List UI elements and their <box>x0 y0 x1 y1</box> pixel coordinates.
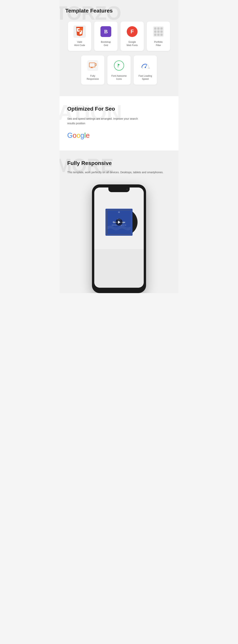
speedometer-icon: 0 100 <box>141 62 150 69</box>
feature-card-googlefonts: F GoogleWeb Fonts <box>121 22 144 51</box>
google-g2: g <box>80 132 84 139</box>
feature-card-fontawesome: Font AwesomeIcons <box>107 56 131 85</box>
google-e: e <box>86 132 90 139</box>
seo-description: Seo and speed settings are arranged. Imp… <box>67 116 145 126</box>
features-bottom-row: FullyResponsive Font AwesomeIcons <box>65 56 173 85</box>
google-o1: o <box>73 132 76 139</box>
speed-icon: 0 100 <box>140 60 151 71</box>
feature-card-responsive: FullyResponsive <box>81 56 104 85</box>
seo-title: Optimized For Seo <box>67 106 171 112</box>
speed-icon-wrapper: 0 100 <box>139 59 152 72</box>
responsive-icon <box>87 60 98 71</box>
responsive-icon-wrapper <box>86 59 99 72</box>
feature-card-portfolio: PortfolioFilter <box>147 22 170 51</box>
phone-container: TheGreat Escape www.yerlendesign.co.nz <box>67 184 171 293</box>
feature-label-googlefonts: GoogleWeb Fonts <box>127 40 138 47</box>
portfolio-icon-wrapper <box>152 26 165 38</box>
svg-rect-3 <box>90 68 93 68</box>
bootstrap-icon-wrapper: B <box>100 26 112 38</box>
fully-responsive-section: MORE Fully Responsive This template, wor… <box>60 150 178 293</box>
section-title: Template Features <box>65 8 173 14</box>
google-logo: Google <box>67 132 171 139</box>
feature-label-bootstrap: BootstrapGrid <box>101 40 111 47</box>
html5-icon-wrapper <box>73 26 86 38</box>
svg-rect-2 <box>91 67 92 68</box>
html5-icon <box>75 27 84 36</box>
responsive-description: This template, work perfectly on all dev… <box>67 170 171 175</box>
fontawesome-icon <box>113 60 125 71</box>
feature-label-fontawesome: Font AwesomeIcons <box>111 74 127 81</box>
play-button[interactable] <box>115 219 123 226</box>
googlefonts-icon-wrapper: F <box>126 26 138 38</box>
features-top-row: ValidHtml Code B BootstrapGrid F GoogleW… <box>65 22 173 51</box>
flag-icon <box>116 63 122 68</box>
phone-screen-bottom <box>94 249 144 288</box>
album-cover: TheGreat Escape www.yerlendesign.co.nz <box>105 209 133 236</box>
feature-label-responsive: FullyResponsive <box>87 74 99 81</box>
svg-text:0: 0 <box>142 68 143 69</box>
google-o2: o <box>76 132 80 139</box>
google-l: l <box>84 132 86 139</box>
feature-card-speed: 0 100 Fast LoadingSpeed <box>134 56 157 85</box>
google-g: G <box>67 132 73 139</box>
svg-line-7 <box>145 65 147 68</box>
phone-home-bar <box>111 289 127 290</box>
googlefonts-icon: F <box>127 26 138 37</box>
phone-screen-inner: TheGreat Escape www.yerlendesign.co.nz <box>94 188 144 288</box>
play-triangle <box>118 221 120 224</box>
vinyl-section: TheGreat Escape www.yerlendesign.co.nz <box>97 195 141 249</box>
phone-screen: TheGreat Escape www.yerlendesign.co.nz <box>94 188 144 288</box>
bootstrap-icon: B <box>100 26 111 37</box>
feature-card-html5: ValidHtml Code <box>68 22 91 51</box>
feature-card-bootstrap: B BootstrapGrid <box>94 22 117 51</box>
svg-rect-5 <box>95 64 96 65</box>
template-features-section: TORZO Template Features ValidHtml Code B… <box>60 0 178 96</box>
phone-mockup: TheGreat Escape www.yerlendesign.co.nz <box>92 184 146 293</box>
responsive-title: Fully Responsive <box>67 160 171 166</box>
svg-rect-1 <box>90 63 95 67</box>
fontawesome-icon-wrapper <box>113 59 125 72</box>
monitor-icon <box>89 62 97 68</box>
phone-camera-dot <box>126 189 128 190</box>
feature-label-html5: ValidHtml Code <box>74 40 85 47</box>
album-icon <box>117 210 121 214</box>
portfolio-icon <box>153 26 164 37</box>
seo-section: ATION Optimized For Seo Seo and speed se… <box>60 96 178 150</box>
feature-label-portfolio: PortfolioFilter <box>154 40 163 47</box>
svg-text:100: 100 <box>148 68 150 69</box>
feature-label-speed: Fast LoadingSpeed <box>139 74 152 81</box>
